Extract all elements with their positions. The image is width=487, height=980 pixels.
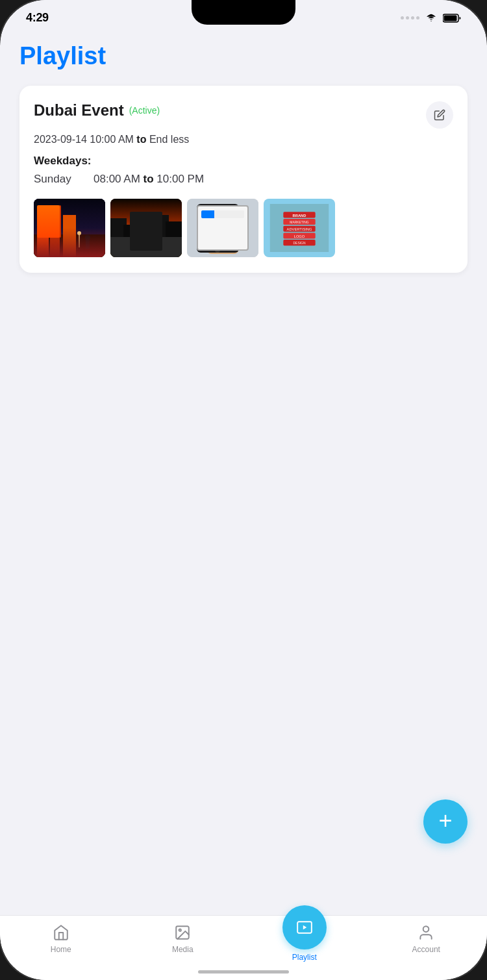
playlist-tab-circle xyxy=(282,905,327,949)
svg-rect-1 xyxy=(444,15,457,21)
svg-point-53 xyxy=(423,926,429,932)
svg-rect-11 xyxy=(38,220,41,222)
signal-dot-3 xyxy=(411,16,414,19)
svg-rect-20 xyxy=(123,225,136,257)
home-tab-label: Home xyxy=(51,945,71,954)
svg-rect-27 xyxy=(206,231,239,254)
svg-text:LOGO: LOGO xyxy=(294,234,305,238)
plus-icon: + xyxy=(438,809,452,833)
edit-button[interactable] xyxy=(426,101,453,129)
date-to-label: to xyxy=(136,134,146,145)
svg-rect-8 xyxy=(63,215,76,257)
svg-rect-24 xyxy=(136,245,142,248)
card-header: Dubai Event (Active) xyxy=(34,101,453,129)
svg-rect-6 xyxy=(39,210,47,214)
thumbnail-4: BRAND MARKETING ADVERTISING LOGO DESIGN xyxy=(264,199,335,257)
svg-rect-15 xyxy=(86,239,90,249)
pencil-icon xyxy=(434,109,445,121)
thumbnail-2 xyxy=(110,199,182,257)
schedule-day: Sunday xyxy=(34,173,86,186)
account-tab-label: Account xyxy=(412,945,440,954)
svg-rect-25 xyxy=(149,245,155,248)
svg-rect-32 xyxy=(201,221,227,224)
signal-dots-icon xyxy=(401,16,419,19)
svg-text:MARKETING: MARKETING xyxy=(290,221,308,224)
svg-rect-12 xyxy=(43,220,45,222)
playlist-tab-label: Playlist xyxy=(292,953,317,962)
svg-rect-7 xyxy=(50,218,60,257)
battery-icon xyxy=(443,13,461,23)
svg-rect-31 xyxy=(201,217,234,220)
wifi-icon xyxy=(425,13,438,23)
account-tab-icon xyxy=(417,923,435,942)
active-badge: (Active) xyxy=(129,105,160,116)
svg-rect-18 xyxy=(110,244,182,257)
tab-playlist[interactable]: Playlist xyxy=(244,923,366,962)
svg-text:BRAND: BRAND xyxy=(293,214,306,218)
notch xyxy=(192,0,295,25)
playlist-card: Dubai Event (Active) 2023-09-14 10:00 AM xyxy=(19,86,468,273)
tab-account[interactable]: Account xyxy=(366,923,488,954)
status-icons xyxy=(401,13,461,23)
svg-rect-19 xyxy=(110,218,127,257)
schedule-row: Sunday 08:00 AM to 10:00 PM xyxy=(34,173,453,186)
svg-rect-33 xyxy=(201,226,231,229)
thumbnail-row: BRAND MARKETING ADVERTISING LOGO DESIGN xyxy=(34,199,453,257)
home-tab-icon xyxy=(52,923,70,942)
svg-rect-10 xyxy=(43,215,45,218)
svg-text:ADVERTISING: ADVERTISING xyxy=(287,227,312,231)
svg-rect-29 xyxy=(199,208,236,247)
media-tab-icon xyxy=(173,923,192,942)
svg-point-50 xyxy=(179,929,181,931)
signal-dot-2 xyxy=(406,16,409,19)
svg-text:DESIGN: DESIGN xyxy=(293,242,306,245)
svg-point-37 xyxy=(215,247,220,253)
svg-rect-4 xyxy=(34,234,105,257)
svg-point-16 xyxy=(85,235,90,240)
phone-frame: 4:29 xyxy=(0,0,487,980)
schedule-end-time: 10:00 PM xyxy=(156,173,204,185)
card-title-row: Dubai Event (Active) xyxy=(34,101,160,119)
main-area: Playlist Dubai Event (Active) xyxy=(0,36,487,915)
signal-dot-1 xyxy=(401,16,404,19)
screen: 4:29 xyxy=(0,0,487,980)
status-bar: 4:29 xyxy=(0,0,487,36)
date-row: 2023-09-14 10:00 AM to End less xyxy=(34,134,453,145)
schedule-to-label: to xyxy=(144,173,157,185)
svg-rect-34 xyxy=(201,231,221,233)
svg-marker-52 xyxy=(303,925,306,930)
media-tab-label: Media xyxy=(172,945,194,954)
weekdays-label: Weekdays: xyxy=(34,155,453,168)
status-time: 4:29 xyxy=(26,11,49,25)
date-start: 2023-09-14 10:00 AM xyxy=(34,134,134,145)
signal-dot-4 xyxy=(416,16,419,19)
svg-rect-28 xyxy=(197,204,239,253)
svg-rect-22 xyxy=(166,221,182,257)
card-title: Dubai Event xyxy=(34,101,124,119)
svg-rect-30 xyxy=(201,210,224,215)
tab-media[interactable]: Media xyxy=(122,923,244,954)
add-button[interactable]: + xyxy=(423,799,468,844)
svg-rect-36 xyxy=(201,240,218,242)
svg-rect-9 xyxy=(38,215,41,218)
svg-rect-35 xyxy=(201,235,234,238)
schedule-start-time: 08:00 AM xyxy=(94,173,140,185)
home-indicator xyxy=(198,970,289,974)
content-area: Playlist Dubai Event (Active) xyxy=(0,36,487,286)
svg-point-23 xyxy=(138,233,154,249)
svg-rect-26 xyxy=(187,199,258,257)
thumbnail-3 xyxy=(187,199,258,257)
date-end: End less xyxy=(149,134,189,145)
thumbnail-1 xyxy=(34,199,105,257)
tab-home[interactable]: Home xyxy=(0,923,122,954)
tab-bar: Home Media xyxy=(0,915,487,980)
svg-point-14 xyxy=(77,231,81,235)
svg-rect-5 xyxy=(37,212,49,257)
schedule-time-range: 08:00 AM to 10:00 PM xyxy=(94,173,204,186)
page-title: Playlist xyxy=(19,42,468,70)
